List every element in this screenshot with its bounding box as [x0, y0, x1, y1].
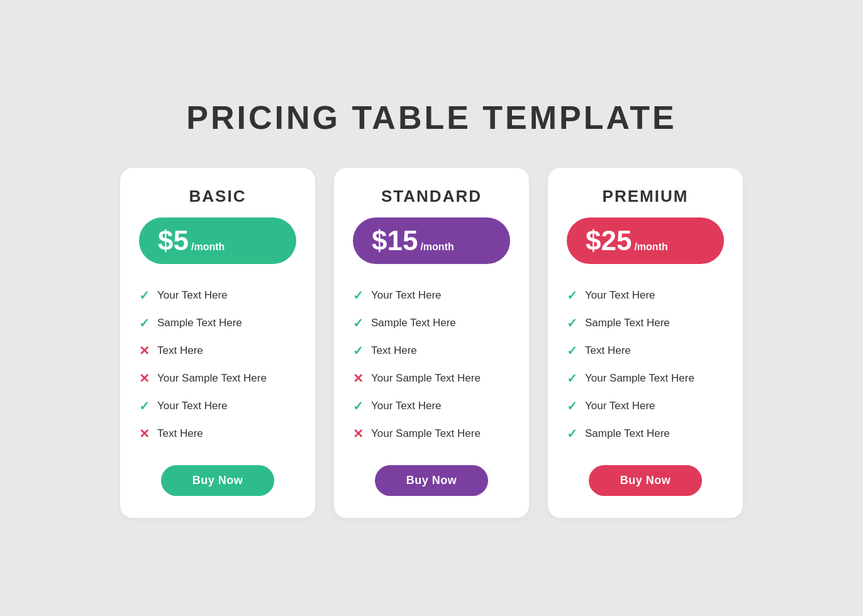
card-basic: BASIC$5/month✓Your Text Here✓Sample Text… — [120, 168, 315, 518]
card-premium: PREMIUM$25/month✓Your Text Here✓Sample T… — [548, 168, 743, 518]
check-icon: ✓ — [567, 371, 577, 386]
feature-text: Text Here — [157, 344, 203, 357]
list-item: ✓Your Text Here — [139, 392, 296, 420]
list-item: ✓Your Text Here — [353, 282, 510, 309]
standard-title: STANDARD — [381, 187, 482, 206]
check-icon: ✓ — [567, 288, 577, 303]
cross-icon: ✕ — [353, 426, 364, 441]
cross-icon: ✕ — [139, 343, 150, 358]
premium-price-period: /month — [634, 241, 667, 253]
list-item: ✓Your Sample Text Here — [567, 365, 724, 392]
list-item: ✓Sample Text Here — [139, 309, 296, 337]
feature-text: Text Here — [585, 344, 631, 357]
list-item: ✓Your Text Here — [353, 392, 510, 420]
feature-text: Sample Text Here — [371, 317, 456, 329]
feature-text: Your Sample Text Here — [585, 372, 694, 385]
feature-text: Your Sample Text Here — [157, 372, 267, 385]
standard-buy-button[interactable]: Buy Now — [375, 465, 489, 496]
check-icon: ✓ — [353, 288, 364, 303]
feature-text: Your Text Here — [585, 400, 655, 412]
premium-title: PREMIUM — [603, 187, 689, 206]
basic-price-period: /month — [191, 241, 225, 253]
feature-text: Your Sample Text Here — [371, 372, 481, 385]
standard-price-badge: $15/month — [353, 217, 510, 264]
feature-text: Text Here — [371, 344, 417, 357]
feature-text: Sample Text Here — [585, 317, 670, 329]
list-item: ✕Your Sample Text Here — [139, 365, 296, 392]
pricing-cards-container: BASIC$5/month✓Your Text Here✓Sample Text… — [120, 168, 743, 518]
check-icon: ✓ — [567, 343, 577, 358]
list-item: ✕Text Here — [139, 420, 296, 448]
check-icon: ✓ — [567, 399, 577, 414]
standard-features-list: ✓Your Text Here✓Sample Text Here✓Text He… — [353, 282, 510, 448]
basic-buy-button[interactable]: Buy Now — [161, 465, 275, 496]
check-icon: ✓ — [139, 288, 150, 303]
list-item: ✕Text Here — [139, 337, 296, 365]
list-item: ✓Your Text Here — [139, 282, 296, 309]
list-item: ✓Text Here — [567, 337, 724, 365]
premium-price-amount: $25 — [586, 225, 632, 256]
list-item: ✕Your Sample Text Here — [353, 365, 510, 392]
basic-title: BASIC — [189, 187, 247, 206]
feature-text: Your Sample Text Here — [371, 427, 481, 440]
list-item: ✓Your Text Here — [567, 282, 724, 309]
feature-text: Sample Text Here — [585, 427, 670, 440]
list-item: ✓Your Text Here — [567, 392, 724, 420]
check-icon: ✓ — [353, 343, 364, 358]
check-icon: ✓ — [353, 399, 364, 414]
feature-text: Your Text Here — [157, 400, 228, 412]
check-icon: ✓ — [567, 316, 577, 331]
feature-text: Text Here — [157, 427, 203, 440]
feature-text: Your Text Here — [157, 289, 228, 302]
premium-buy-button[interactable]: Buy Now — [589, 465, 703, 496]
standard-price-amount: $15 — [372, 225, 418, 256]
check-icon: ✓ — [567, 426, 577, 441]
check-icon: ✓ — [139, 399, 150, 414]
basic-features-list: ✓Your Text Here✓Sample Text Here✕Text He… — [139, 282, 296, 448]
standard-price-period: /month — [420, 241, 454, 253]
check-icon: ✓ — [353, 316, 364, 331]
list-item: ✓Sample Text Here — [353, 309, 510, 337]
cross-icon: ✕ — [139, 426, 150, 441]
premium-features-list: ✓Your Text Here✓Sample Text Here✓Text He… — [567, 282, 724, 448]
cross-icon: ✕ — [139, 371, 150, 386]
feature-text: Your Text Here — [585, 289, 655, 302]
page-title: PRICING TABLE TEMPLATE — [186, 99, 676, 136]
basic-price-badge: $5/month — [139, 217, 296, 264]
cross-icon: ✕ — [353, 371, 364, 386]
feature-text: Sample Text Here — [157, 317, 242, 329]
feature-text: Your Text Here — [371, 400, 442, 412]
list-item: ✓Sample Text Here — [567, 420, 724, 448]
list-item: ✓Text Here — [353, 337, 510, 365]
premium-price-badge: $25/month — [567, 217, 724, 264]
card-standard: STANDARD$15/month✓Your Text Here✓Sample … — [334, 168, 529, 518]
basic-price-amount: $5 — [158, 225, 189, 256]
list-item: ✓Sample Text Here — [567, 309, 724, 337]
feature-text: Your Text Here — [371, 289, 442, 302]
list-item: ✕Your Sample Text Here — [353, 420, 510, 448]
check-icon: ✓ — [139, 316, 150, 331]
